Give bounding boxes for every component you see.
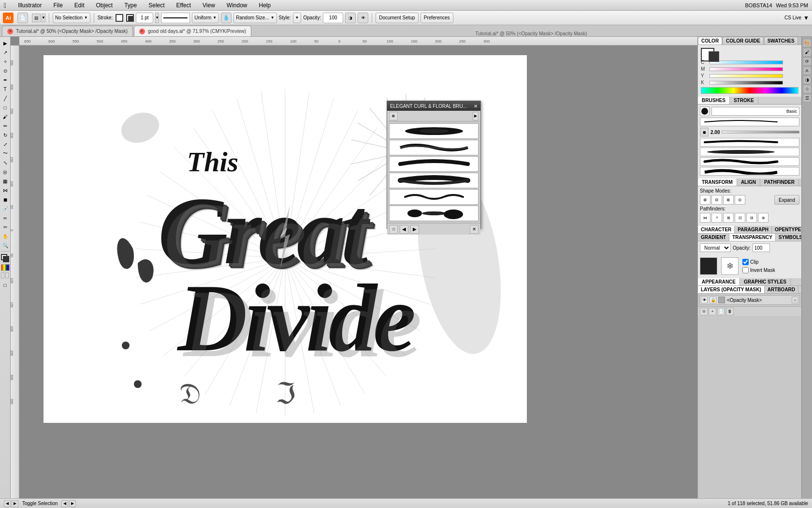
random-size-dropdown[interactable]: Random Size... ▼ xyxy=(233,13,276,23)
minus-front-btn[interactable]: ⊖ xyxy=(711,195,722,205)
fill-stroke-swatches[interactable] xyxy=(1,254,10,263)
elegant-brush-item-4[interactable] xyxy=(389,173,478,188)
gradient-tool[interactable]: ◼ xyxy=(1,195,10,204)
apple-menu[interactable]:  xyxy=(4,1,6,9)
menu-illustrator[interactable]: Illustrator xyxy=(16,2,44,9)
cs-live-dropdown[interactable]: ▼ xyxy=(803,15,809,21)
m-slider[interactable] xyxy=(710,67,783,71)
invert-mask-checkbox[interactable] xyxy=(742,267,749,273)
paintbrush-tool[interactable]: 🖌 xyxy=(1,112,10,121)
preferences-btn[interactable]: Preferences xyxy=(420,13,453,23)
tab-color-guide[interactable]: COLOR GUIDE xyxy=(723,37,764,45)
locate-object-btn[interactable]: ⊙ xyxy=(700,308,708,315)
zoom-tool[interactable]: 🔍 xyxy=(1,241,10,250)
basic-brush-swatch[interactable] xyxy=(700,106,710,116)
menu-view[interactable]: View xyxy=(201,2,217,9)
eyedropper-tool[interactable]: 💉 xyxy=(1,204,10,213)
menu-help[interactable]: Help xyxy=(257,2,273,9)
pen-tool[interactable]: ✒ xyxy=(1,75,10,84)
nav-next-btn[interactable]: ▶ xyxy=(12,500,18,507)
mesh-tool[interactable]: ⋈ xyxy=(1,186,10,194)
spray-tool-btn[interactable]: 💧 xyxy=(221,13,232,23)
menu-effect[interactable]: Effect xyxy=(174,2,193,9)
tab-close-goodolddays[interactable]: ✕ xyxy=(139,29,145,34)
menu-object[interactable]: Object xyxy=(94,2,115,9)
stroke-width-dropdown[interactable]: ▼ xyxy=(155,13,159,23)
stroke-width-input[interactable] xyxy=(136,13,153,23)
document-setup-btn[interactable]: Document Setup xyxy=(376,13,419,23)
magic-wand-tool[interactable]: ✧ xyxy=(1,57,10,66)
change-screen-mode[interactable]: □ xyxy=(1,281,10,289)
stroke-color-swatch[interactable] xyxy=(116,14,123,22)
screen-mode-btn[interactable] xyxy=(1,272,10,279)
k-slider[interactable] xyxy=(710,81,783,85)
elegant-brush-item-2[interactable] xyxy=(389,140,478,155)
menu-window[interactable]: Window xyxy=(225,2,249,9)
column-graph-tool[interactable]: ▦ xyxy=(1,177,10,185)
color-mode-btn[interactable] xyxy=(1,264,10,271)
pf-minus-back-btn[interactable]: ⊛ xyxy=(758,213,768,223)
tab-opentype[interactable]: OPENTYPE xyxy=(772,226,801,233)
unite-btn[interactable]: ⊕ xyxy=(700,195,710,205)
symbol-sprayer-tool[interactable]: ◎ xyxy=(1,167,10,176)
fill-color-swatch[interactable] xyxy=(126,14,134,22)
tab-stroke[interactable]: STROKE xyxy=(730,97,758,104)
pf-merge-btn[interactable]: ⊞ xyxy=(723,213,734,223)
blend-tool[interactable]: ∞ xyxy=(1,213,10,222)
elegant-prev-btn[interactable]: ◀ xyxy=(400,225,408,234)
tab-transparency[interactable]: TRANSPARENCY xyxy=(729,234,776,241)
brush-item-5[interactable] xyxy=(700,167,799,176)
pf-divide-btn[interactable]: ⋈ xyxy=(700,213,710,223)
lasso-tool[interactable]: ⊙ xyxy=(1,66,10,75)
opacity-field[interactable] xyxy=(753,243,770,252)
spectrum-bar[interactable] xyxy=(701,87,798,94)
canvas-area[interactable]: 650 600 550 500 450 400 350 300 250 200 … xyxy=(11,37,697,498)
elegant-snowflake-tool[interactable]: ❄ xyxy=(389,112,398,120)
hand-tool[interactable]: ✋ xyxy=(1,232,10,240)
c-slider[interactable] xyxy=(710,60,783,64)
tab-brushes[interactable]: BRUSHES xyxy=(698,97,730,104)
tab-color[interactable]: COLOR xyxy=(698,37,722,45)
transparency-panel-icon[interactable]: ◑ xyxy=(803,75,812,84)
direct-selection-tool[interactable]: ↗ xyxy=(1,48,10,57)
nav-prev-btn[interactable]: ◀ xyxy=(4,500,11,507)
elegant-brush-item-5[interactable] xyxy=(389,189,478,205)
tab-close-tutorial[interactable]: ✕ xyxy=(7,29,13,34)
pf-crop-btn[interactable]: ⊡ xyxy=(735,213,745,223)
elegant-delete-btn[interactable]: ✕ xyxy=(470,225,478,234)
tab-character[interactable]: CHARACTER xyxy=(698,226,735,233)
transform-panel-icon[interactable]: ⟳ xyxy=(803,57,812,66)
fill-swatch[interactable] xyxy=(709,51,719,62)
opacity-icon[interactable]: ◑ xyxy=(345,13,356,23)
character-panel-icon[interactable]: A xyxy=(803,66,812,75)
visibility-btn[interactable]: 👁 xyxy=(358,13,368,23)
pf-trim-btn[interactable]: ⌗ xyxy=(711,213,722,223)
artboard-prev[interactable]: ◀ xyxy=(61,500,68,507)
layer-visibility-btn[interactable]: 👁 xyxy=(701,297,708,303)
new-layer-btn[interactable]: 📄 xyxy=(717,308,725,315)
rect-tool[interactable]: □ xyxy=(1,103,10,112)
brush-panel-icon[interactable]: 🖌 xyxy=(803,48,812,57)
scissors-tool[interactable]: ✂ xyxy=(1,223,10,231)
user-label[interactable]: BOBSTA14 xyxy=(745,2,772,8)
elegant-brush-item-1[interactable] xyxy=(389,123,478,139)
invert-mask-label[interactable]: Invert Mask xyxy=(742,267,775,273)
tab-swatches[interactable]: SWATCHES xyxy=(764,37,798,45)
tab-layers[interactable]: LAYERS (OPACITY MASK) xyxy=(698,286,765,293)
layer-name[interactable]: <Opacity Mask> xyxy=(727,298,790,303)
intersect-btn[interactable]: ⊗ xyxy=(723,195,734,205)
style-dropdown[interactable]: ▼ xyxy=(293,13,302,23)
menu-type[interactable]: Type xyxy=(122,2,139,9)
line-tool[interactable]: ╱ xyxy=(1,94,10,103)
brush-item-3[interactable] xyxy=(700,148,799,156)
menu-select[interactable]: Select xyxy=(146,2,166,9)
elegant-brush-item-6[interactable] xyxy=(389,206,478,221)
expand-btn[interactable]: Expand xyxy=(774,195,799,205)
brush-item-1[interactable] xyxy=(700,118,799,126)
tab-graphic-styles[interactable]: GRAPHIC STYLES xyxy=(740,278,791,285)
elegant-panel-header[interactable]: ELEGANT CURL & FLORAL BRU... ✕ xyxy=(387,101,480,111)
y-slider[interactable] xyxy=(710,74,783,78)
blend-mode-select[interactable]: Normal Multiply Screen xyxy=(700,243,731,252)
elegant-brush-item-3[interactable] xyxy=(389,156,478,172)
scale-tool[interactable]: ⤢ xyxy=(1,140,10,149)
